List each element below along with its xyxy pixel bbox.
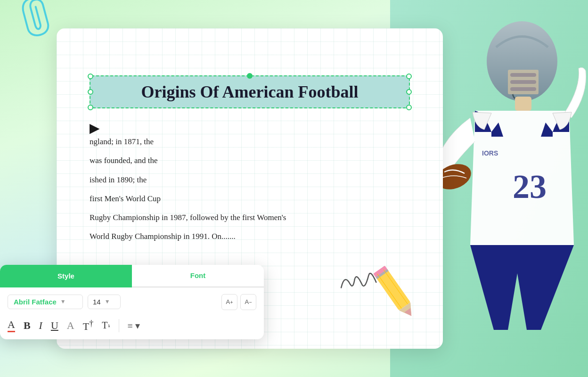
body-line-6: World Rugby Championship in 1991. On....… — [90, 229, 410, 244]
handle-top-left[interactable] — [88, 74, 93, 79]
format-italic-button[interactable]: I — [39, 320, 42, 332]
font-dropdown-arrow: ▼ — [60, 298, 66, 305]
document-body: ngland; in 1871, the was founded, and th… — [90, 134, 410, 245]
svg-text:IORS: IORS — [482, 149, 498, 157]
format-strikethrough-button[interactable]: T† — [83, 319, 94, 333]
body-line-2: was founded, and the — [90, 153, 410, 168]
body-line-3: ished in 1890; the — [90, 172, 410, 188]
font-selector[interactable]: Abril Fatface ▼ — [8, 295, 83, 309]
body-line-5: Rugby Championship in 1987, followed by … — [90, 210, 410, 225]
handle-bottom-right[interactable] — [406, 105, 412, 110]
format-underline-button[interactable]: U — [51, 320, 58, 332]
format-bold-button[interactable]: B — [24, 320, 31, 332]
selected-title-box[interactable]: Origins Of American Football — [90, 75, 410, 108]
increase-size-button[interactable]: A+ — [221, 294, 237, 310]
svg-rect-5 — [508, 70, 539, 94]
body-line-4: first Men's World Cup — [90, 191, 410, 206]
format-subscript-button[interactable]: T₁ — [102, 320, 110, 331]
font-size-value: 14 — [93, 298, 101, 306]
format-color-a-button[interactable]: A — [67, 320, 74, 332]
decrease-size-button[interactable]: A− — [240, 294, 256, 310]
format-divider — [119, 319, 119, 332]
font-name-label: Abril Fatface — [14, 298, 57, 306]
svg-text:23: 23 — [513, 168, 547, 205]
body-line-1: ngland; in 1871, the — [90, 134, 410, 149]
cursor-arrow: ▶ — [90, 120, 100, 136]
tab-style[interactable]: Style — [0, 265, 132, 287]
handle-top-middle[interactable] — [247, 73, 253, 79]
toolbar-panel: Style Font Abril Fatface ▼ 14 ▼ A+ A− A … — [0, 265, 264, 339]
toolbar-controls: Abril Fatface ▼ 14 ▼ A+ A− A B I U A T† … — [0, 287, 264, 339]
handle-top-right[interactable] — [406, 74, 412, 79]
handle-bottom-left[interactable] — [88, 105, 93, 110]
format-align-button[interactable]: ≡ ▾ — [128, 320, 140, 331]
handle-right-middle[interactable] — [406, 89, 412, 95]
format-buttons-row: A B I U A T† T₁ ≡ ▾ — [8, 317, 256, 335]
size-buttons: A+ A− — [221, 294, 256, 310]
size-dropdown-arrow: ▼ — [105, 298, 110, 305]
font-controls-row: Abril Fatface ▼ 14 ▼ A+ A− — [8, 294, 256, 310]
tab-font[interactable]: Font — [132, 265, 264, 287]
format-underline-a-button[interactable]: A — [8, 319, 15, 332]
document-title: Origins Of American Football — [100, 82, 400, 102]
svg-rect-6 — [515, 97, 531, 111]
handle-left-middle[interactable] — [88, 89, 93, 95]
toolbar-tabs: Style Font — [0, 265, 264, 287]
size-selector[interactable]: 14 ▼ — [88, 295, 121, 309]
